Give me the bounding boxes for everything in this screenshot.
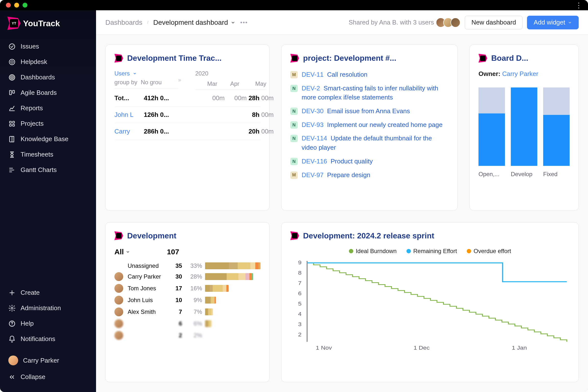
sidebar-item-agile-boards[interactable]: Agile Boards bbox=[0, 85, 96, 100]
row-cell: 8h 00m bbox=[247, 111, 274, 118]
row-name[interactable]: Carry bbox=[114, 128, 144, 135]
issue-id[interactable]: DEV-2 bbox=[302, 84, 320, 92]
issue-row[interactable]: MDEV-97 Prepare design bbox=[290, 170, 448, 180]
sidebar-item-label: Agile Boards bbox=[20, 89, 56, 96]
issue-id[interactable]: DEV-11 bbox=[302, 71, 324, 78]
assignee-count: 6 bbox=[170, 320, 182, 327]
assignee-row[interactable]: 22% bbox=[114, 330, 260, 341]
sidebar-item-issues[interactable]: Issues bbox=[0, 39, 96, 54]
users-filter[interactable]: Users bbox=[114, 70, 178, 77]
sidebar-item-gantt-charts[interactable]: Gantt Charts bbox=[0, 162, 96, 178]
sidebar-item-knowledge-base[interactable]: Knowledge Base bbox=[0, 131, 96, 147]
sidebar-item-timesheets[interactable]: Timesheets bbox=[0, 147, 96, 162]
svg-rect-6 bbox=[10, 90, 12, 95]
assignee-bar bbox=[205, 285, 228, 292]
sidebar-item-helpdesk[interactable]: Helpdesk bbox=[0, 54, 96, 70]
svg-text:6: 6 bbox=[298, 290, 302, 296]
widget-issue-list: project: Development #... MDEV-11 Call r… bbox=[281, 44, 458, 210]
topbar-right: Shared by Ana B. with 3 users New dashbo… bbox=[349, 16, 579, 30]
sidebar-item-label: Dashboards bbox=[20, 74, 55, 81]
help-icon bbox=[8, 320, 16, 327]
issue-id[interactable]: DEV-93 bbox=[302, 121, 324, 128]
sidebar-item-label: Timesheets bbox=[20, 151, 53, 158]
collapse-sidebar-button[interactable]: Collapse bbox=[0, 369, 96, 385]
issue-row[interactable]: MDEV-11 Call resolution bbox=[290, 70, 448, 80]
legend-label: Overdue effort bbox=[474, 248, 511, 254]
all-filter[interactable]: All bbox=[114, 248, 130, 256]
dashboard-grid: Development Time Trac... Users group by bbox=[96, 35, 588, 392]
issue-row[interactable]: NDEV-2 Smart-casting fails to infer null… bbox=[290, 84, 448, 102]
widget-development: Development All 107 Unassigned3533%Carry… bbox=[105, 222, 270, 382]
assignee-row[interactable]: 66% bbox=[114, 318, 260, 330]
expand-columns-button[interactable]: » bbox=[178, 77, 195, 83]
add-widget-button[interactable]: Add widget bbox=[527, 16, 579, 30]
row-cell: 00m bbox=[225, 94, 247, 102]
burndown-chart: 98765432 1 Nov1 Dec1 Jan bbox=[290, 258, 570, 352]
assignee-row[interactable]: Alex Smith77% bbox=[114, 306, 260, 318]
collapse-icon bbox=[8, 374, 16, 381]
sidebar-item-projects[interactable]: Projects bbox=[0, 116, 96, 131]
bar-column bbox=[543, 88, 570, 166]
collapse-label: Collapse bbox=[20, 373, 45, 381]
breadcrumb-root[interactable]: Dashboards bbox=[105, 18, 142, 26]
svg-text:1 Jan: 1 Jan bbox=[512, 345, 527, 350]
more-horizontal-icon[interactable]: ••• bbox=[240, 19, 248, 26]
sidebar-item-label: Administration bbox=[20, 304, 61, 312]
issue-row[interactable]: NDEV-116 Product quality bbox=[290, 157, 448, 166]
app-logo[interactable]: YT YouTrack bbox=[0, 18, 96, 36]
issue-id[interactable]: DEV-97 bbox=[302, 171, 324, 178]
close-window-button[interactable] bbox=[6, 3, 11, 8]
minimize-window-button[interactable] bbox=[14, 3, 19, 8]
sidebar-item-create[interactable]: Create bbox=[0, 285, 96, 300]
legend-item: Overdue effort bbox=[467, 248, 511, 254]
assignee-count: 30 bbox=[170, 273, 182, 280]
assignee-count: 35 bbox=[170, 262, 182, 269]
issue-row[interactable]: NDEV-30 Email issue from Anna Evans bbox=[290, 106, 448, 116]
row-cell: 28h 00m bbox=[247, 94, 274, 102]
issue-title[interactable]: Implement our newly created home page bbox=[327, 121, 442, 128]
priority-badge: M bbox=[290, 71, 298, 78]
youtrack-widget-icon bbox=[290, 231, 299, 240]
issue-title[interactable]: Email issue from Anna Evans bbox=[327, 107, 410, 115]
sidebar-item-notifications[interactable]: Notifications bbox=[0, 331, 96, 347]
burndown-legend: Ideal BurndownRemaining EffortOverdue ef… bbox=[290, 248, 570, 254]
issue-title[interactable]: Smart-casting fails to infer nullability… bbox=[302, 84, 438, 101]
widget-board: Board D... Owner: Carry Parker Open,...D… bbox=[470, 44, 579, 210]
avatar-stack[interactable] bbox=[438, 18, 460, 28]
breadcrumb-current[interactable]: Development dashboard bbox=[153, 18, 235, 26]
no-group-value[interactable]: No grou bbox=[141, 79, 162, 86]
issue-id[interactable]: DEV-114 bbox=[302, 134, 327, 142]
assignee-row[interactable]: Tom Jones1716% bbox=[114, 282, 260, 294]
user-avatar-icon bbox=[8, 356, 18, 365]
new-dashboard-button[interactable]: New dashboard bbox=[465, 16, 522, 30]
widget-title: Development bbox=[114, 231, 260, 240]
issue-title[interactable]: Prepare design bbox=[327, 171, 370, 178]
sidebar-item-administration[interactable]: Administration bbox=[0, 300, 96, 316]
sidebar-user[interactable]: Carry Parker bbox=[0, 352, 96, 369]
row-name[interactable]: John L bbox=[114, 111, 144, 118]
assignee-row[interactable]: Carry Parker3028% bbox=[114, 271, 260, 282]
issue-title[interactable]: Product quality bbox=[331, 158, 373, 165]
avatar-icon bbox=[114, 272, 123, 281]
owner-line: Owner: Carry Parker bbox=[478, 70, 570, 78]
issue-id[interactable]: DEV-30 bbox=[302, 107, 324, 115]
assignee-row[interactable]: John Luis109% bbox=[114, 294, 260, 306]
user-name: Carry Parker bbox=[23, 357, 59, 364]
assignee-row[interactable]: Unassigned3533% bbox=[114, 261, 260, 271]
sidebar-item-help[interactable]: Help bbox=[0, 316, 96, 331]
sidebar-item-label: Gantt Charts bbox=[20, 166, 56, 174]
group-by-label: group by bbox=[114, 79, 137, 86]
target-icon bbox=[8, 74, 16, 81]
more-vertical-icon[interactable]: ⋮ bbox=[575, 1, 582, 9]
nav-main: IssuesHelpdeskDashboardsAgile BoardsRepo… bbox=[0, 36, 96, 180]
issue-id[interactable]: DEV-116 bbox=[302, 158, 327, 165]
issue-row[interactable]: NDEV-93 Implement our newly created home… bbox=[290, 120, 448, 130]
youtrack-widget-icon bbox=[478, 54, 487, 63]
issue-row[interactable]: NDEV-114 Update the default thumbnail fo… bbox=[290, 134, 448, 152]
sidebar-item-reports[interactable]: Reports bbox=[0, 100, 96, 116]
owner-link[interactable]: Carry Parker bbox=[502, 70, 538, 78]
sidebar-item-dashboards[interactable]: Dashboards bbox=[0, 70, 96, 85]
maximize-window-button[interactable] bbox=[22, 3, 28, 8]
issue-title[interactable]: Call resolution bbox=[327, 71, 368, 78]
youtrack-widget-icon bbox=[114, 54, 123, 63]
